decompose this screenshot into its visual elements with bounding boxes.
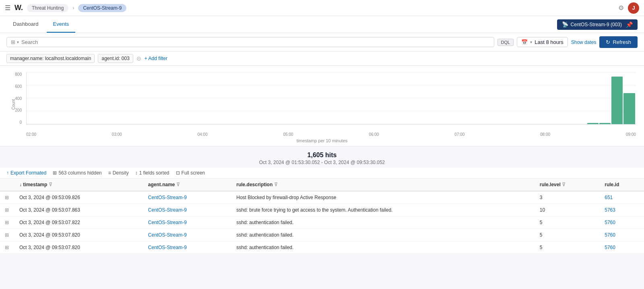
- cell-agent-name[interactable]: CentOS-Stream-9: [143, 229, 231, 241]
- tab-events[interactable]: Events: [47, 16, 76, 33]
- rule-id-link[interactable]: 5760: [605, 245, 615, 250]
- header-row: ↓ timestamp ⊽ agent.name ⊽ rule.descript…: [0, 179, 644, 191]
- cell-rule-id[interactable]: 5760: [600, 229, 644, 241]
- user-avatar[interactable]: J: [628, 2, 639, 14]
- cell-agent-name[interactable]: CentOS-Stream-9: [143, 204, 231, 216]
- show-dates-button[interactable]: Show dates: [571, 40, 597, 45]
- search-type-selector[interactable]: ⊞ ▾: [11, 39, 19, 45]
- topbar: ☰ W. Threat Hunting › CentOS-Stream-9 ⚙ …: [0, 0, 644, 16]
- rule-id-link[interactable]: 651: [605, 195, 613, 200]
- search-type-chevron[interactable]: ▾: [17, 40, 19, 44]
- th-timestamp[interactable]: ↓ timestamp ⊽: [14, 179, 143, 191]
- y-axis: 0 200 400 600 800: [8, 72, 24, 125]
- add-filter-button[interactable]: + Add filter: [144, 56, 167, 61]
- agent-name-link[interactable]: CentOS-Stream-9: [148, 232, 187, 238]
- fields-sorted-button[interactable]: ↕ 1 fields sorted: [135, 170, 169, 176]
- agent-name-link[interactable]: CentOS-Stream-9: [148, 245, 187, 250]
- th-timestamp-filter-icon[interactable]: ⊽: [49, 182, 52, 187]
- rule-id-link[interactable]: 5760: [605, 232, 615, 238]
- cell-rule-description: sshd: authentication failed.: [231, 229, 535, 241]
- th-desc-filter-icon[interactable]: ⊽: [274, 182, 278, 187]
- app-logo: W.: [14, 4, 23, 12]
- th-rule-description[interactable]: rule.description ⊽: [231, 179, 535, 191]
- row-expand-icon[interactable]: ⊞: [5, 232, 9, 238]
- x-label-0500: 05:00: [283, 132, 293, 137]
- time-selector[interactable]: 📅 ▾ Last 8 hours: [517, 37, 568, 47]
- table-row[interactable]: ⊞Oct 3, 2024 @ 09:53:07.820CentOS-Stream…: [0, 241, 644, 254]
- filter-divider: ⊝: [136, 55, 141, 62]
- fullscreen-button[interactable]: ⊡ Full screen: [176, 170, 205, 176]
- breadcrumb-threat-hunting[interactable]: Threat Hunting: [27, 4, 68, 12]
- agent-name-link[interactable]: CentOS-Stream-9: [148, 195, 187, 200]
- results-header: 1,605 hits Oct 3, 2024 @ 01:53:30.052 - …: [0, 147, 644, 168]
- fullscreen-icon: ⊡: [176, 170, 180, 176]
- cell-rule-level: 5: [535, 229, 600, 241]
- calendar-icon: 📅: [521, 39, 528, 45]
- table-wrapper: ↓ timestamp ⊽ agent.name ⊽ rule.descript…: [0, 179, 644, 254]
- breadcrumb-separator: ›: [72, 5, 74, 11]
- cell-rule-id[interactable]: 651: [600, 191, 644, 204]
- hamburger-icon[interactable]: ☰: [5, 4, 10, 12]
- cell-agent-name[interactable]: CentOS-Stream-9: [143, 241, 231, 254]
- tab-dashboard[interactable]: Dashboard: [6, 16, 45, 33]
- cell-rule-id[interactable]: 5760: [600, 216, 644, 229]
- th-level-filter-icon[interactable]: ⊽: [562, 182, 566, 187]
- cell-rule-level: 10: [535, 204, 600, 216]
- hits-range: Oct 3, 2024 @ 01:53:30.052 - Oct 3, 2024…: [0, 160, 644, 165]
- th-agent-filter-icon[interactable]: ⊽: [176, 182, 180, 187]
- agent-badge-label: CentOS-Stream-9 (003): [571, 22, 622, 27]
- signal-icon: 📡: [562, 21, 568, 27]
- row-expand-icon[interactable]: ⊞: [5, 245, 9, 250]
- settings-icon[interactable]: ⚙: [618, 4, 624, 12]
- cell-rule-description: sshd: authentication failed.: [231, 216, 535, 229]
- x-label-0600: 06:00: [369, 132, 379, 137]
- refresh-button[interactable]: ↻ Refresh: [599, 36, 638, 48]
- filter-tag-agent[interactable]: agent.id: 003: [98, 54, 133, 63]
- search-type-icon: ⊞: [11, 39, 15, 45]
- density-icon: ≡: [108, 170, 111, 176]
- cell-rule-level: 5: [535, 241, 600, 254]
- cell-rule-description: Host Blocked by firewall-drop Active Res…: [231, 191, 535, 204]
- cell-agent-name[interactable]: CentOS-Stream-9: [143, 191, 231, 204]
- pin-icon: 📌: [626, 21, 633, 28]
- dql-toggle[interactable]: DQL: [497, 39, 514, 46]
- table-header: ↓ timestamp ⊽ agent.name ⊽ rule.descript…: [0, 179, 644, 191]
- search-input[interactable]: [21, 39, 490, 45]
- th-expand: [0, 179, 14, 191]
- time-label: Last 8 hours: [535, 39, 564, 45]
- cell-rule-level: 5: [535, 216, 600, 229]
- filterbar: ⊞ ▾ DQL 📅 ▾ Last 8 hours Show dates ↻ Re…: [0, 33, 644, 52]
- rule-id-link[interactable]: 5763: [605, 207, 615, 213]
- export-button[interactable]: ↑ Export Formated: [6, 170, 46, 176]
- table-row[interactable]: ⊞Oct 3, 2024 @ 09:53:07.863CentOS-Stream…: [0, 204, 644, 216]
- filter-tag-manager[interactable]: manager.name: localhost.localdomain: [6, 54, 95, 63]
- columns-hidden-button[interactable]: ⊞ 563 columns hidden: [53, 170, 101, 176]
- th-rule-id[interactable]: rule.id: [600, 179, 644, 191]
- agent-badge[interactable]: 📡 CentOS-Stream-9 (003) 📌: [557, 19, 638, 30]
- th-rule-level[interactable]: rule.level ⊽: [535, 179, 600, 191]
- table-row[interactable]: ⊞Oct 3, 2024 @ 09:53:09.826CentOS-Stream…: [0, 191, 644, 204]
- agent-name-link[interactable]: CentOS-Stream-9: [148, 207, 187, 213]
- row-expand-icon[interactable]: ⊞: [5, 220, 9, 225]
- cell-timestamp: Oct 3, 2024 @ 09:53:07.822: [14, 216, 143, 229]
- th-agent-name[interactable]: agent.name ⊽: [143, 179, 231, 191]
- table-row[interactable]: ⊞Oct 3, 2024 @ 09:53:07.822CentOS-Stream…: [0, 216, 644, 229]
- x-axis: 02:00 03:00 04:00 05:00 06:00 07:00 08:0…: [26, 131, 636, 137]
- x-label-0800: 08:00: [540, 132, 550, 137]
- rule-id-link[interactable]: 5760: [605, 220, 615, 225]
- chart-bars: [27, 72, 636, 124]
- row-expand-icon[interactable]: ⊞: [5, 207, 9, 213]
- cell-rule-id[interactable]: 5763: [600, 204, 644, 216]
- cell-rule-level: 3: [535, 191, 600, 204]
- bar-47: [599, 123, 611, 124]
- agent-name-link[interactable]: CentOS-Stream-9: [148, 220, 187, 225]
- search-area[interactable]: ⊞ ▾: [6, 37, 494, 47]
- cell-rule-id[interactable]: 5760: [600, 241, 644, 254]
- table-row[interactable]: ⊞Oct 3, 2024 @ 09:53:07.820CentOS-Stream…: [0, 229, 644, 241]
- filter-tag-manager-label: manager.name: localhost.localdomain: [10, 56, 91, 61]
- row-expand-icon[interactable]: ⊞: [5, 195, 9, 200]
- table-body: ⊞Oct 3, 2024 @ 09:53:09.826CentOS-Stream…: [0, 191, 644, 254]
- breadcrumb-agent[interactable]: CentOS-Stream-9: [78, 4, 126, 12]
- density-button[interactable]: ≡ Density: [108, 170, 129, 176]
- cell-agent-name[interactable]: CentOS-Stream-9: [143, 216, 231, 229]
